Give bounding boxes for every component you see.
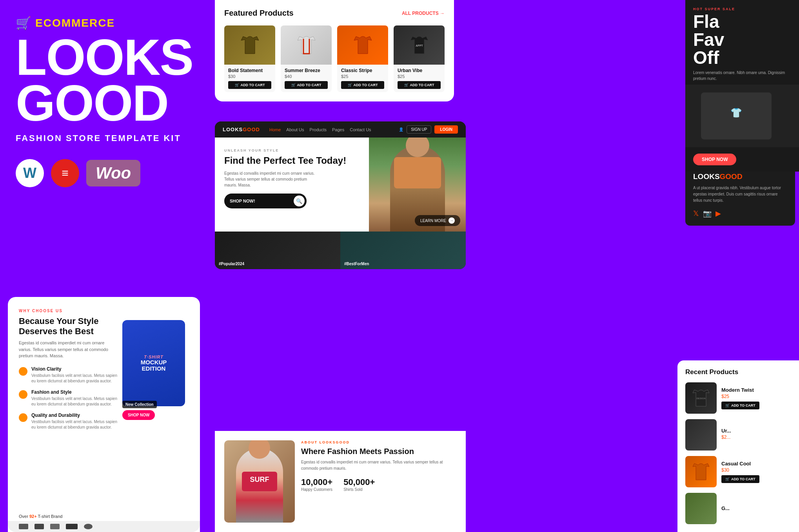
brand-title: LOOKS GOOD [16,34,192,126]
about-image: SURF [224,440,295,523]
flash-shop-now-button[interactable]: SHOP NOW [693,154,736,165]
recent-name-partial-1: Ur... [721,428,791,434]
recent-product-partial-1: Ur... $2... [685,419,791,451]
add-to-cart-btn-4[interactable]: 🛒ADD TO CART [398,81,441,89]
brand-count-label: Over 92+ T-shirt Brand [19,514,62,519]
browser-navbar: LOOKSGOOD Home About Us Products Pages C… [215,121,466,138]
nav-link-about[interactable]: About Us [286,127,304,132]
login-button[interactable]: LOGIN [434,125,458,134]
hero-title: Find the Perfect Tee Today! [224,156,360,166]
nav-brand: LOOKSGOOD [223,127,260,132]
hero-right: LEARN MORE → [369,138,466,232]
add-to-cart-btn-2[interactable]: 🛒ADD TO CART [285,81,328,89]
product-image-2 [281,25,332,65]
feature-dot-3 [19,413,27,422]
nav-link-contact[interactable]: Contact Us [350,127,371,132]
product-card-1: Bold Statement $30 🛒ADD TO CART [224,25,275,92]
looksgood-brand: LOOKSGOOD [693,172,787,181]
feature-text-2: Fashion and Style Vestibulum facilisis v… [31,389,118,407]
product-info-3: Classic Stripe $25 🛒ADD TO CART [337,65,388,92]
hero-tag: UNLEASH YOUR STYLE [224,148,360,152]
featured-title: Featured Products [224,9,294,18]
add-to-cart-btn-1[interactable]: 🛒ADD TO CART [228,81,271,89]
recent-products-title: Recent Products [685,368,791,376]
hero-search-label: SHOP NOW! [230,199,294,203]
about-content: ABOUT LOOKSGOOD Where Fashion Meets Pass… [301,440,456,523]
recent-price-1: $25 [721,394,791,399]
twitter-icon[interactable]: 𝕏 [693,209,699,218]
recent-name-1: Modern Twist [721,387,791,393]
stat-shirts-num: 50,000+ [343,477,375,487]
hero-section: UNLEASH YOUR STYLE Find the Perfect Tee … [215,138,466,232]
recent-product-info-partial-1: Ur... $2... [721,428,791,442]
hero-search-bar: SHOP NOW! 🔍 [224,194,307,208]
shop-now-button-small[interactable]: SHOP NOW [122,410,155,420]
wordpress-logo: W [16,159,44,187]
svg-text:DESIGN: DESIGN [696,397,705,400]
flash-sale-panel: HOT SUPER SALE FlaFavOff Lorem venenatis… [685,0,799,172]
hero-search-button[interactable]: 🔍 [294,195,305,206]
feature-item-3: Quality and Durability Vestibulum facili… [19,413,118,430]
all-products-link[interactable]: ALL PRODUCTS → [402,11,445,16]
thumb-best: #BestForMen [340,232,466,269]
brand-logo-3 [50,524,60,529]
product-price-4: $25 [398,74,441,79]
brand-count-text: Over 92+ T-shirt Brand [19,514,62,519]
about-tag: ABOUT LOOKSGOOD [301,440,456,444]
sign-up-button[interactable]: SIGN UP [407,125,431,134]
svg-text:👕: 👕 [730,107,742,118]
person-head [406,138,429,157]
stat-shirts: 50,000+ Shirts Sold [343,477,375,492]
brand-logos-bar [8,521,200,532]
new-collection-badge: New Collection [122,401,157,408]
product-name-3: Classic Stripe [341,68,384,73]
thumb-tag-1: #Popular2024 [219,262,244,266]
product-price-3: $25 [341,74,384,79]
recent-product-info-1: Modern Twist $25 🛒ADD TO CART [721,387,791,409]
nav-actions: 👤 SIGN UP LOGIN [399,125,458,134]
nav-link-pages[interactable]: Pages [332,127,344,132]
learn-more-button[interactable]: LEARN MORE → [415,215,460,226]
why-choose-card: WHY CHOOSE US Because Your Style Deserve… [8,297,200,532]
product-info-2: Summer Breeze $40 🛒ADD TO CART [281,65,332,92]
flash-sale-image: 👕 [685,85,799,147]
about-person-head [249,440,270,459]
stat-customers-num: 10,000+ [301,477,332,487]
ecommerce-label: ECOMMERCE [35,17,115,29]
nav-link-products[interactable]: Products [310,127,327,132]
product-name-2: Summer Breeze [285,68,328,73]
product-name-1: Bold Statement [228,68,271,73]
brand-logo-1 [19,524,28,529]
recent-product-img-2 [685,456,717,487]
flash-sale-desc: Lorem venenatis ornare. Nibh omare uma. … [685,67,799,85]
about-person: SURF [236,448,283,523]
thumb-tag-2: #BestForMen [344,262,369,266]
youtube-icon[interactable]: ▶ [715,209,721,218]
add-to-cart-btn-3[interactable]: 🛒ADD TO CART [341,81,384,89]
tshirt-mockup-image: T·SHIRT MOCKUPEDITION [122,320,185,406]
recent-name-partial-2: G... [721,505,791,511]
recent-add-btn-2[interactable]: 🛒ADD TO CART [721,475,759,483]
instagram-icon[interactable]: 📷 [703,209,712,218]
recent-product-1: DESIGN Modern Twist $25 🛒ADD TO CART [685,382,791,414]
product-name-4: Urban Vibe [398,68,441,73]
feature-text-1: Vision Clarity Vestibulum facilisis veli… [31,366,118,384]
recent-product-2: Casual Cool $30 🛒ADD TO CART [685,456,791,487]
feature-dot-2 [19,390,27,399]
recent-product-img-partial-1 [685,419,717,451]
product-card-2: Summer Breeze $40 🛒ADD TO CART [281,25,332,92]
thumb-popular: #Popular2024 [215,232,340,269]
hero-left: UNLEASH YOUR STYLE Find the Perfect Tee … [215,138,369,232]
about-section: SURF ABOUT LOOKSGOOD Where Fashion Meets… [215,431,466,532]
product-image-4: APPT [394,25,445,65]
nav-link-home[interactable]: Home [269,127,281,132]
feature-dot-1 [19,367,27,376]
recent-add-btn-1[interactable]: 🛒ADD TO CART [721,402,759,409]
person-torso [394,157,441,188]
recent-price-partial-1: $2... [721,434,791,440]
nav-links: Home About Us Products Pages Contact Us [269,127,393,132]
feature-item-1: Vision Clarity Vestibulum facilisis veli… [19,366,118,384]
recent-products-card: Recent Products DESIGN Modern Twist $25 … [677,360,799,532]
why-choose-title: Because Your Style Deserves the Best [19,316,118,337]
featured-products-card: Featured Products ALL PRODUCTS → Bold St… [215,0,454,101]
